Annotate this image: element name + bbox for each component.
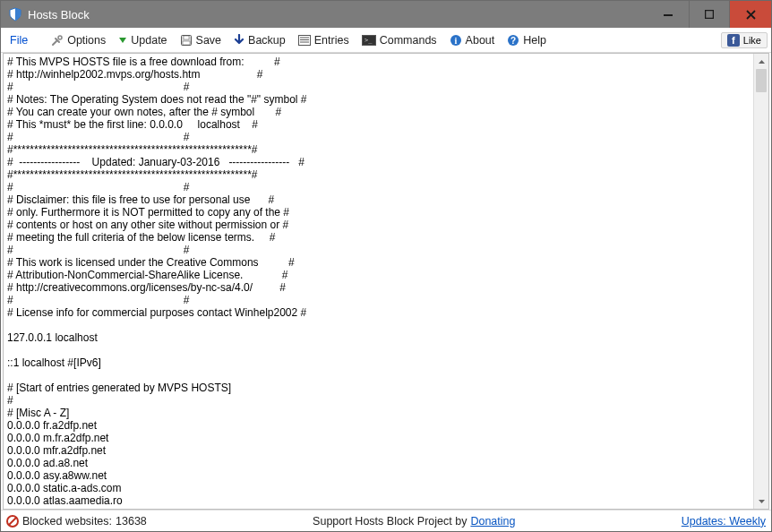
app-icon [8, 7, 22, 21]
info-icon: i [450, 34, 462, 47]
about-button[interactable]: i About [444, 32, 501, 48]
entries-label: Entries [314, 34, 349, 47]
triangle-down-icon [118, 36, 127, 45]
commands-button[interactable]: >_ Commands [356, 32, 442, 48]
updates-link[interactable]: Updates: Weekly [682, 515, 766, 528]
hosts-text[interactable]: # This MVPS HOSTS file is a free downloa… [4, 54, 753, 509]
svg-text:>_: >_ [365, 37, 373, 44]
status-right: Updates: Weekly [682, 515, 766, 528]
list-icon [298, 35, 311, 46]
fb-like-button[interactable]: f Like [721, 32, 768, 48]
floppy-icon [180, 34, 193, 47]
svg-rect-5 [183, 41, 190, 45]
svg-rect-4 [184, 36, 189, 39]
close-button[interactable] [730, 1, 771, 28]
svg-line-17 [9, 518, 16, 525]
toolbar: File Options Update Save Backup [1, 28, 771, 53]
save-button[interactable]: Save [175, 32, 227, 48]
titlebar: Hosts Block [1, 1, 771, 28]
update-button[interactable]: Update [113, 32, 172, 48]
status-left: Blocked websites:13638 [6, 515, 147, 528]
svg-text:?: ? [510, 36, 516, 46]
file-label: File [10, 34, 28, 47]
statusbar: Blocked websites:13638 Support Hosts Blo… [1, 510, 771, 531]
file-menu[interactable]: File [4, 32, 33, 48]
svg-rect-0 [664, 14, 673, 16]
like-label: Like [743, 35, 761, 46]
status-center: Support Hosts Block Project by Donating [147, 515, 682, 528]
blocked-count: 13638 [116, 515, 147, 528]
about-label: About [466, 34, 495, 47]
help-button[interactable]: ? Help [502, 32, 552, 48]
vertical-scrollbar[interactable] [753, 54, 768, 509]
help-icon: ? [507, 34, 519, 47]
options-label: Options [67, 34, 106, 47]
update-label: Update [131, 34, 167, 47]
svg-text:i: i [454, 36, 457, 46]
tools-icon [51, 34, 64, 47]
svg-point-2 [58, 36, 62, 39]
help-label: Help [523, 34, 546, 47]
save-label: Save [196, 34, 222, 47]
maximize-button[interactable] [689, 1, 730, 28]
app-window: Hosts Block File Options [0, 0, 772, 532]
scroll-thumb[interactable] [756, 69, 767, 92]
content-area: # This MVPS HOSTS file is a free downloa… [3, 53, 769, 510]
blocked-label: Blocked websites: [22, 515, 112, 528]
backup-button[interactable]: Backup [228, 32, 291, 48]
donating-link[interactable]: Donating [470, 515, 515, 528]
commands-label: Commands [380, 34, 437, 47]
facebook-icon: f [727, 34, 740, 47]
support-text: Support Hosts Block Project by [313, 515, 467, 528]
scroll-track[interactable] [754, 69, 768, 493]
entries-button[interactable]: Entries [293, 32, 355, 48]
options-button[interactable]: Options [46, 32, 111, 48]
window-controls [648, 1, 771, 28]
terminal-icon: >_ [362, 35, 376, 46]
arrow-down-icon [234, 34, 244, 47]
minimize-button[interactable] [648, 1, 689, 28]
window-title: Hosts Block [28, 8, 648, 21]
scroll-up-button[interactable] [754, 54, 768, 69]
svg-rect-1 [706, 11, 714, 19]
scroll-down-button[interactable] [754, 493, 768, 509]
blocked-icon [6, 515, 19, 528]
backup-label: Backup [248, 34, 286, 47]
